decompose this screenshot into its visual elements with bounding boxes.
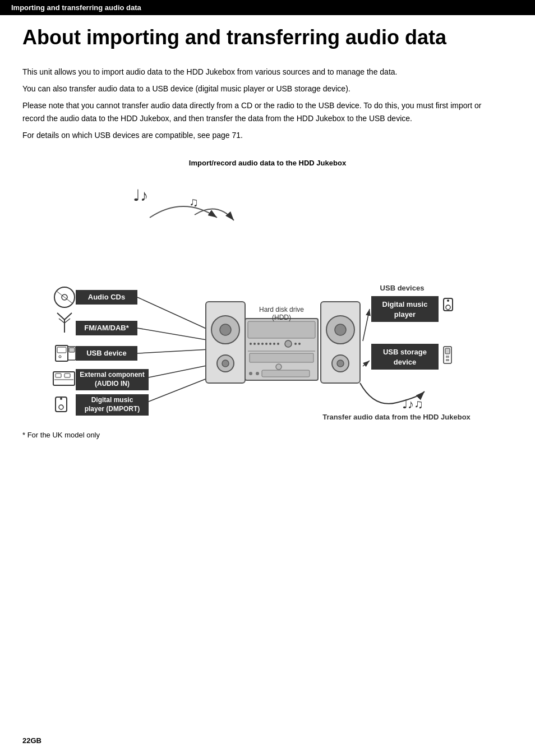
svg-text:External component: External component: [80, 371, 144, 379]
svg-rect-47: [248, 321, 315, 338]
svg-rect-22: [56, 374, 61, 377]
svg-text:USB storage: USB storage: [383, 348, 427, 356]
svg-text:FM/AM/DAB*: FM/AM/DAB*: [84, 324, 129, 332]
svg-rect-15: [57, 347, 66, 353]
svg-point-43: [220, 324, 231, 335]
svg-point-62: [249, 372, 252, 375]
footnote: * For the UK model only: [22, 431, 513, 439]
page-title: About importing and transferring audio d…: [22, 26, 513, 49]
svg-text:(HDD): (HDD): [272, 314, 291, 321]
svg-rect-60: [250, 353, 313, 362]
diagram-title: Import/record audio data to the HDD Juke…: [22, 159, 513, 167]
svg-point-48: [250, 343, 252, 345]
page-number: 22GB: [22, 736, 41, 745]
svg-text:player: player: [394, 310, 416, 319]
svg-rect-83: [445, 348, 450, 354]
top-bar-label: Importing and transferring audio data: [11, 3, 141, 12]
svg-point-51: [261, 343, 264, 345]
svg-point-29: [59, 405, 63, 409]
svg-point-71: [337, 360, 344, 367]
svg-text:Hard disk drive: Hard disk drive: [259, 306, 304, 314]
svg-point-52: [265, 343, 268, 345]
svg-line-4: [57, 292, 72, 303]
svg-text:player (DMPORT): player (DMPORT): [85, 405, 140, 413]
svg-point-77: [446, 305, 450, 310]
svg-rect-85: [446, 359, 449, 361]
svg-point-55: [277, 343, 279, 345]
svg-line-87: [363, 361, 370, 366]
body-text-4: For details on which USB devices are com…: [22, 129, 505, 141]
svg-point-63: [256, 372, 259, 375]
diagram-container: ♩♪ ♫ Audio CDs FM/AM/DAB*: [26, 173, 509, 420]
svg-line-8: [57, 313, 64, 320]
svg-point-30: [60, 398, 62, 400]
svg-rect-84: [446, 356, 449, 358]
svg-rect-18: [69, 348, 75, 352]
svg-rect-23: [64, 374, 70, 377]
svg-line-86: [363, 309, 370, 341]
svg-line-9: [64, 313, 72, 320]
body-text-1: This unit allows you to import audio dat…: [22, 66, 505, 78]
svg-text:Digital music: Digital music: [91, 396, 133, 404]
svg-point-69: [335, 324, 346, 335]
svg-rect-64: [262, 370, 310, 377]
svg-rect-21: [53, 372, 75, 385]
svg-point-16: [59, 356, 61, 358]
svg-point-58: [298, 343, 301, 345]
body-text-2: You can also transfer audio data to a US…: [22, 82, 505, 95]
svg-text:♩♪: ♩♪: [133, 187, 148, 204]
svg-text:USB device: USB device: [86, 349, 127, 357]
svg-point-61: [276, 364, 282, 370]
svg-text:device: device: [394, 358, 416, 366]
svg-text:Transfer audio data from the H: Transfer audio data from the HDD Jukebox: [322, 413, 471, 420]
svg-text:USB devices: USB devices: [380, 284, 425, 292]
svg-point-49: [253, 343, 256, 345]
svg-text:Digital music: Digital music: [382, 300, 428, 308]
svg-point-53: [269, 343, 271, 345]
body-text-3: Please note that you cannot transfer aud…: [22, 99, 505, 125]
svg-text:Audio CDs: Audio CDs: [88, 293, 125, 301]
top-bar: Importing and transferring audio data: [0, 0, 535, 15]
svg-point-54: [273, 343, 275, 345]
svg-point-56: [285, 340, 292, 347]
svg-text:♩♪♫: ♩♪♫: [402, 397, 423, 411]
svg-point-45: [222, 360, 229, 367]
svg-text:(AUDIO IN): (AUDIO IN): [95, 380, 130, 388]
svg-point-57: [294, 343, 297, 345]
svg-point-50: [257, 343, 260, 345]
svg-point-78: [447, 299, 449, 302]
